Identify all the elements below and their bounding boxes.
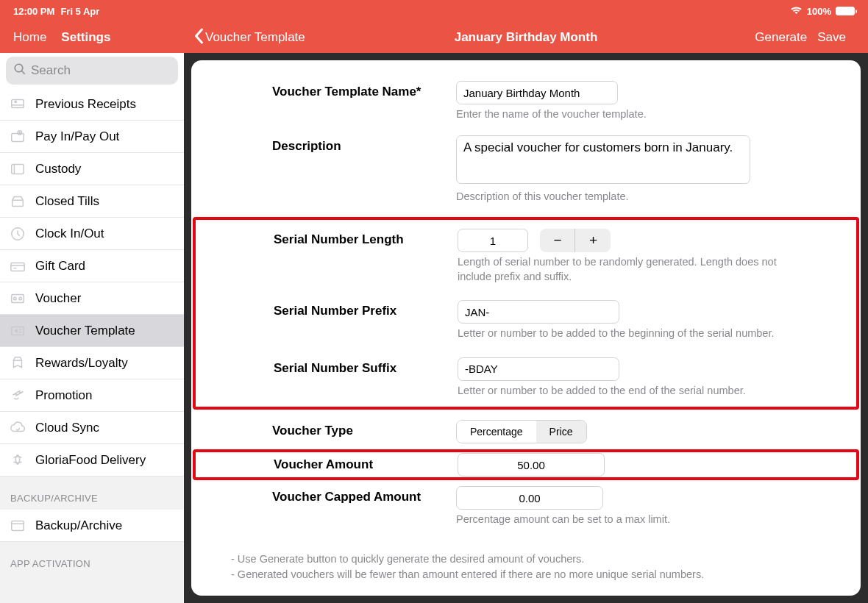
svg-rect-5 xyxy=(13,200,24,206)
footer-notes: - Use Generate button to quickly generat… xyxy=(191,552,861,582)
form-card: Voucher Template Name* Enter the name of… xyxy=(191,60,861,596)
header-bar: Home Settings Voucher Template Generate … xyxy=(0,22,868,53)
wifi-icon xyxy=(790,6,803,17)
capped-label: Voucher Capped Amount xyxy=(272,486,456,505)
menu-icon xyxy=(9,225,26,243)
svg-rect-0 xyxy=(12,99,24,107)
highlight-amount: Voucher Amount xyxy=(193,449,859,480)
svg-rect-4 xyxy=(12,164,24,174)
prefix-label: Serial Number Prefix xyxy=(274,300,458,319)
section-backup: BACKUP/ARCHIVE xyxy=(0,477,184,510)
save-button[interactable]: Save xyxy=(817,30,846,45)
name-input[interactable] xyxy=(456,81,618,104)
len-label: Serial Number Length xyxy=(274,229,458,248)
sidebar-item-closed-tills[interactable]: Closed Tills xyxy=(0,185,184,218)
capped-input[interactable] xyxy=(456,486,603,510)
suffix-label: Serial Number Suffix xyxy=(274,357,458,377)
sidebar-item-pay-in-pay-out[interactable]: Pay In/Pay Out xyxy=(0,121,184,153)
amount-label: Voucher Amount xyxy=(274,457,458,472)
svg-point-1 xyxy=(15,101,16,102)
menu-icon xyxy=(9,128,26,146)
desc-input[interactable] xyxy=(456,135,750,184)
search-icon xyxy=(13,63,26,79)
sidebar-item-previous-receipts[interactable]: Previous Receipts xyxy=(0,88,184,121)
len-increment[interactable]: + xyxy=(575,229,611,252)
search-input[interactable] xyxy=(31,63,171,78)
type-label: Voucher Type xyxy=(272,420,456,439)
menu-icon xyxy=(9,419,26,437)
menu-icon xyxy=(9,257,26,275)
search-box[interactable] xyxy=(6,57,178,85)
len-input[interactable] xyxy=(458,229,528,252)
menu-icon xyxy=(9,160,26,178)
menu-icon xyxy=(9,290,26,307)
generate-button[interactable]: Generate xyxy=(755,30,807,45)
suffix-input[interactable] xyxy=(458,357,619,381)
sidebar-item-rewards-loyalty[interactable]: Rewards/Loyalty xyxy=(0,347,184,379)
menu-icon xyxy=(9,452,26,469)
status-bar: 12:00 PM Fri 5 Apr 100% xyxy=(0,0,868,22)
capped-hint: Percentage amount can be set to a max li… xyxy=(456,513,780,527)
sidebar-item-clock-in-out[interactable]: Clock In/Out xyxy=(0,218,184,250)
back-label: Voucher Template xyxy=(205,30,305,45)
menu-icon xyxy=(9,387,26,404)
sidebar-item-cloud-sync[interactable]: Cloud Sync xyxy=(0,412,184,444)
menu-backup[interactable]: Backup/Archive xyxy=(0,510,184,542)
menu-icon xyxy=(9,354,26,372)
svg-rect-7 xyxy=(11,263,24,271)
nav-settings[interactable]: Settings xyxy=(61,30,110,45)
name-hint: Enter the name of the voucher template. xyxy=(456,107,780,122)
menu-icon xyxy=(9,96,26,113)
sidebar-item-gloriafood-delivery[interactable]: GloriaFood Delivery xyxy=(0,444,184,477)
type-percentage[interactable]: Percentage xyxy=(457,421,536,443)
battery-pct: 100% xyxy=(807,6,831,17)
sidebar-item-voucher-template[interactable]: Voucher Template xyxy=(0,315,184,347)
menu-list: Previous ReceiptsPay In/Pay OutCustodyCl… xyxy=(0,88,184,477)
svg-rect-11 xyxy=(12,327,24,335)
menu-icon xyxy=(9,322,26,340)
type-price[interactable]: Price xyxy=(536,421,586,443)
svg-rect-2 xyxy=(12,133,24,141)
status-date: Fri 5 Apr xyxy=(60,6,99,17)
back-button[interactable]: Voucher Template xyxy=(194,28,305,48)
desc-hint: Description of this voucher template. xyxy=(456,190,780,204)
name-label: Voucher Template Name* xyxy=(272,81,456,100)
amount-input[interactable] xyxy=(458,453,605,477)
status-time: 12:00 PM xyxy=(13,6,54,17)
menu-icon xyxy=(9,193,26,210)
suffix-hint: Letter or number to be added to the end … xyxy=(458,384,780,399)
prefix-hint: Letter or number to be added to the begi… xyxy=(458,327,780,341)
sidebar: Previous ReceiptsPay In/Pay OutCustodyCl… xyxy=(0,53,184,603)
sidebar-item-promotion[interactable]: Promotion xyxy=(0,379,184,412)
sidebar-item-voucher[interactable]: Voucher xyxy=(0,282,184,315)
nav-home[interactable]: Home xyxy=(13,30,46,45)
svg-point-10 xyxy=(19,297,22,300)
prefix-input[interactable] xyxy=(458,300,619,324)
len-decrement[interactable]: − xyxy=(540,229,575,252)
sidebar-item-gift-card[interactable]: Gift Card xyxy=(0,250,184,282)
archive-icon xyxy=(9,517,26,535)
svg-point-9 xyxy=(14,297,17,300)
desc-label: Description xyxy=(272,135,456,154)
sidebar-item-custody[interactable]: Custody xyxy=(0,153,184,185)
svg-rect-12 xyxy=(12,521,24,530)
highlight-serial: Serial Number Length − + Length of seria… xyxy=(193,217,859,410)
battery-icon xyxy=(836,7,855,15)
section-activation: APP ACTIVATION xyxy=(0,542,184,575)
voucher-type-segment: Percentage Price xyxy=(456,420,587,443)
len-hint: Length of serial number to be randomly g… xyxy=(458,255,780,284)
chevron-left-icon xyxy=(194,28,205,48)
